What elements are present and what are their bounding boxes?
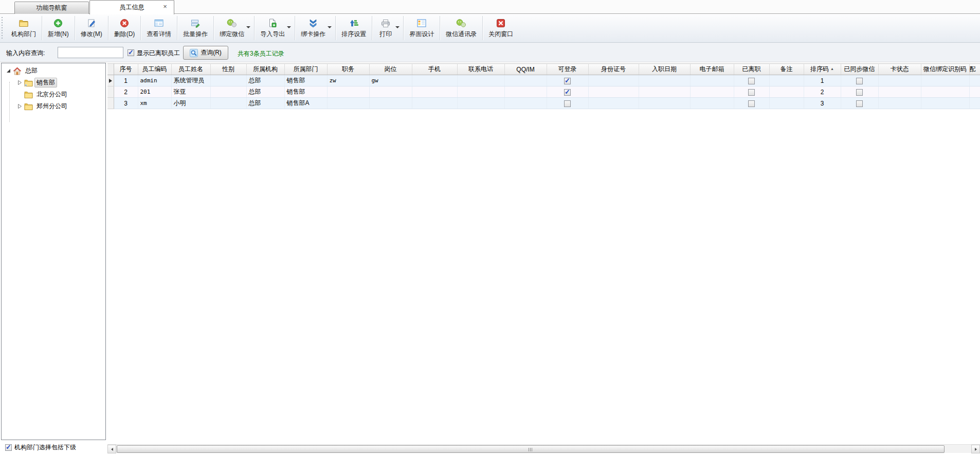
import-export-button[interactable]: 导入导出 <box>255 14 294 42</box>
cell-wechat-synced[interactable] <box>841 98 878 109</box>
cell-wechat-synced[interactable] <box>841 86 878 98</box>
cell-name[interactable]: 系统管理员 <box>171 75 210 86</box>
cell-name[interactable]: 张亚 <box>171 86 210 98</box>
cell-duty[interactable] <box>327 86 369 98</box>
wechat-synced-checkbox[interactable] <box>856 78 863 84</box>
cell-post[interactable] <box>369 98 412 109</box>
col-employee-code[interactable]: 员工编码 <box>138 64 171 75</box>
col-remark[interactable]: 备注 <box>769 64 804 75</box>
cell-gender[interactable] <box>210 86 246 98</box>
resigned-checkbox[interactable] <box>748 100 755 107</box>
cell-dept[interactable]: 销售部 <box>284 86 327 98</box>
cell-seq[interactable]: 2 <box>114 86 138 98</box>
col-seq[interactable]: 序号 <box>114 64 138 75</box>
cell-org[interactable]: 总部 <box>246 75 284 86</box>
cell-hire-date[interactable] <box>639 98 690 109</box>
cell-dept[interactable]: 销售部 <box>284 75 327 86</box>
cell-phone[interactable] <box>457 98 504 109</box>
col-duty[interactable]: 职务 <box>327 64 369 75</box>
cell-mobile[interactable] <box>412 75 457 86</box>
col-hire-date[interactable]: 入职日期 <box>639 64 690 75</box>
tree-node-zhengzhou-branch[interactable]: 郑州分公司 <box>2 100 105 112</box>
can-login-checkbox[interactable] <box>564 78 571 84</box>
cell-code[interactable]: xm <box>138 98 171 109</box>
col-qq-im[interactable]: QQ/IM <box>504 64 547 75</box>
col-employee-name[interactable]: 员工姓名 <box>171 64 210 75</box>
cell-remark[interactable] <box>769 75 804 86</box>
tree-node-beijing-branch[interactable]: 北京分公司 <box>2 89 105 100</box>
bind-wechat-button[interactable]: 绑定微信 <box>214 14 253 42</box>
resigned-checkbox[interactable] <box>748 78 755 84</box>
include-sub-level-checkbox[interactable] <box>5 444 12 451</box>
cell-hire-date[interactable] <box>639 75 690 86</box>
cell-wechat-bind[interactable] <box>921 98 969 109</box>
tree-node-sales-dept[interactable]: 销售部 <box>2 77 105 89</box>
cell-post[interactable]: gw <box>369 75 412 86</box>
expand-toggle-icon[interactable] <box>17 80 22 85</box>
wechat-synced-checkbox[interactable] <box>856 89 863 96</box>
dropdown-arrow-icon[interactable] <box>328 26 332 28</box>
cell-sort[interactable]: 1 <box>804 75 841 86</box>
cell-card-status[interactable] <box>878 75 921 86</box>
cell-resigned[interactable] <box>734 98 769 109</box>
row-selector[interactable] <box>107 86 114 98</box>
cell-seq[interactable]: 3 <box>114 98 138 109</box>
cell-card-status[interactable] <box>878 86 921 98</box>
cell-email[interactable] <box>690 98 734 109</box>
scroll-left-button[interactable] <box>107 445 116 453</box>
cell-org[interactable]: 总部 <box>246 86 284 98</box>
tab-function-nav[interactable]: 功能导航窗 <box>14 2 89 14</box>
row-selector[interactable] <box>107 75 114 86</box>
col-post[interactable]: 岗位 <box>369 64 412 75</box>
cell-qq[interactable] <box>504 75 547 86</box>
cell-name[interactable]: 小明 <box>171 98 210 109</box>
can-login-checkbox[interactable] <box>564 100 571 107</box>
resigned-checkbox[interactable] <box>748 89 755 96</box>
edit-button[interactable]: 修改(M) <box>76 14 107 42</box>
cell-dept[interactable]: 销售部A <box>284 98 327 109</box>
close-tab-icon[interactable]: × <box>161 3 169 10</box>
col-email[interactable]: 电子邮箱 <box>690 64 734 75</box>
row-selector[interactable] <box>107 98 114 109</box>
cell-seq[interactable]: 1 <box>114 75 138 86</box>
cell-resigned[interactable] <box>734 75 769 86</box>
cell-email[interactable] <box>690 75 734 86</box>
batch-operation-button[interactable]: 批量操作 <box>178 14 213 42</box>
cell-email[interactable] <box>690 86 734 98</box>
horizontal-scrollbar[interactable] <box>107 444 980 453</box>
include-sub-level-toggle[interactable]: 机构部门选择包括下级 <box>5 443 76 452</box>
cell-remark[interactable] <box>769 86 804 98</box>
cell-mobile[interactable] <box>412 98 457 109</box>
cell-id-card[interactable] <box>588 75 639 86</box>
col-department[interactable]: 所属部门 <box>284 64 327 75</box>
cell-sort[interactable]: 2 <box>804 86 841 98</box>
scrollbar-thumb[interactable] <box>117 445 945 453</box>
wechat-contacts-button[interactable]: 微信通讯录 <box>441 14 482 42</box>
cell-qq[interactable] <box>504 98 547 109</box>
show-resigned-checkbox[interactable] <box>128 49 134 56</box>
expand-toggle-icon[interactable] <box>17 104 22 109</box>
cell-remark[interactable] <box>769 98 804 109</box>
cell-id-card[interactable] <box>588 86 639 98</box>
tab-employee-info[interactable]: 员工信息 × <box>89 0 174 14</box>
toolbar-grip-handle[interactable] <box>2 17 5 39</box>
cell-can-login[interactable] <box>547 75 588 86</box>
sort-settings-button[interactable]: 排序设置 <box>336 14 371 42</box>
cell-id-card[interactable] <box>588 98 639 109</box>
cell-resigned[interactable] <box>734 86 769 98</box>
row-selector-header[interactable] <box>107 64 114 75</box>
cell-card-status[interactable] <box>878 98 921 109</box>
cell-mobile[interactable] <box>412 86 457 98</box>
query-button[interactable]: 查询(R) <box>183 46 228 60</box>
col-sort-code[interactable]: 排序码▲ <box>804 64 841 75</box>
print-button[interactable]: 打印 <box>373 14 403 42</box>
close-window-button[interactable]: 关闭窗口 <box>483 14 518 42</box>
scroll-right-button[interactable] <box>971 445 980 453</box>
col-wechat-bind-id[interactable]: 微信绑定识别码 <box>921 64 969 75</box>
add-button[interactable]: 新增(N) <box>43 14 74 42</box>
cell-hire-date[interactable] <box>639 86 690 98</box>
search-input[interactable] <box>58 47 123 58</box>
col-can-login[interactable]: 可登录 <box>547 64 588 75</box>
collapse-toggle-icon[interactable] <box>6 68 11 74</box>
cell-gender[interactable] <box>210 98 246 109</box>
